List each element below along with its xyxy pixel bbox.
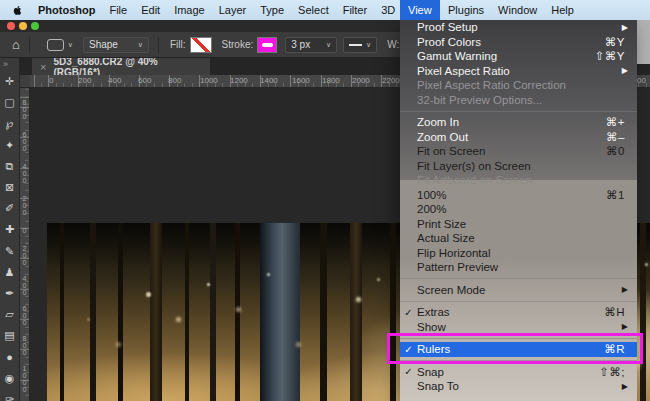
menu-item-proof-setup[interactable]: Proof Setup ▶ [400, 20, 637, 35]
menu-item-show[interactable]: Show ▶ [400, 320, 637, 335]
ruler-tick-label: 6 0 0 [20, 131, 29, 152]
menubar-item-window[interactable]: Window [491, 0, 544, 20]
menu-item-fit-artboard-on-screen[interactable]: Fit Artboard on Screen [400, 173, 637, 188]
stroke-width-value: 3 px [291, 39, 310, 50]
lasso-tool[interactable]: ℘ [0, 113, 19, 134]
pen-tool[interactable]: ✑ [0, 389, 19, 401]
frame-tool[interactable]: ⊠ [0, 177, 19, 198]
ruler-tick-label: 4 0 0 [20, 163, 29, 184]
menu-item-100-[interactable]: 100% ⌘1 [400, 188, 637, 203]
home-icon[interactable]: ⌂ [12, 38, 20, 51]
menubar-item-image[interactable]: Image [167, 0, 212, 20]
menu-item-flip-horizontal[interactable]: Flip Horizontal [400, 246, 637, 261]
menubar-item-layer[interactable]: Layer [212, 0, 254, 20]
tool-preset-icon[interactable] [47, 39, 64, 51]
menu-item-label: Proof Colors [417, 36, 605, 48]
menubar-item-type[interactable]: Type [253, 0, 291, 20]
background-window-edge [637, 20, 650, 64]
menubar-item-select[interactable]: Select [291, 0, 336, 20]
menu-item-pixel-aspect-ratio[interactable]: Pixel Aspect Ratio ▶ [400, 64, 637, 79]
close-window-button[interactable] [7, 22, 15, 30]
menubar-item-3d[interactable]: 3D [374, 0, 400, 20]
clone-stamp-tool[interactable]: ♟ [0, 262, 19, 283]
tools-panel: » ✛▢℘✦⧉⊠✐✚✎♟✒▱▤●◉✑ [0, 58, 20, 401]
submenu-arrow-icon: ▶ [622, 285, 637, 294]
menubar-item-filter[interactable]: Filter [336, 0, 374, 20]
menu-item-screen-mode[interactable]: Screen Mode ▶ [400, 283, 637, 298]
ruler-tick-label: 1800 [322, 77, 340, 85]
zoom-window-button[interactable] [31, 22, 39, 30]
stroke-line-preview [349, 44, 362, 46]
menubar-item-help[interactable]: Help [544, 0, 581, 20]
menu-separator [400, 107, 637, 115]
gradient-tool[interactable]: ▤ [0, 325, 19, 346]
menu-item-label: Zoom In [417, 116, 606, 128]
menu-item-print-size[interactable]: Print Size [400, 217, 637, 232]
menu-item-pixel-aspect-ratio-correction[interactable]: Pixel Aspect Ratio Correction [400, 78, 637, 93]
apple-menu-icon[interactable] [0, 0, 31, 20]
menu-item-actual-size[interactable]: Actual Size [400, 231, 637, 246]
menu-item-proof-colors[interactable]: Proof Colors ⌘Y [400, 35, 637, 50]
menu-item-gamut-warning[interactable]: Gamut Warning ⇧⌘Y [400, 49, 637, 64]
menu-item-snap[interactable]: ✓ Snap ⇧⌘; [400, 365, 637, 380]
quick-selection-tool[interactable]: ✦ [0, 135, 19, 156]
divider [158, 37, 159, 53]
tool-mode-value: Shape [89, 39, 118, 50]
menubar-item-file[interactable]: File [102, 0, 134, 20]
ruler-tick-label: 800 [168, 77, 181, 85]
brush-tool[interactable]: ✎ [0, 241, 19, 262]
chevron-down-icon[interactable]: ∨ [68, 41, 73, 49]
submenu-arrow-icon: ▶ [622, 322, 637, 331]
ruler-tick-label: 1 0 0 0 [20, 365, 29, 393]
menubar-item-view[interactable]: View [400, 0, 440, 20]
menu-item-snap-to[interactable]: Snap To ▶ [400, 379, 637, 394]
menu-item-fit-layer-s-on-screen[interactable]: Fit Layer(s) on Screen [400, 159, 637, 174]
checkmark-icon: ✓ [400, 307, 417, 318]
eyedropper-tool[interactable]: ✐ [0, 198, 19, 219]
ruler-tick-label: 8 0 0 [20, 99, 29, 120]
close-tab-icon[interactable]: × [40, 61, 46, 73]
menu-item-32-bit-preview-options-[interactable]: 32-bit Preview Options... [400, 93, 637, 108]
collapse-panel-icon[interactable]: » [0, 58, 19, 71]
menu-bar: PhotoshopFileEditImageLayerTypeSelectFil… [0, 0, 650, 20]
menu-item-label: Show [417, 321, 622, 333]
ruler-tick-label: 1200 [230, 77, 248, 85]
menu-item-zoom-out[interactable]: Zoom Out ⌘– [400, 130, 637, 145]
menu-item-label: Screen Mode [417, 284, 622, 296]
divider [29, 37, 30, 53]
menubar-item-photoshop[interactable]: Photoshop [31, 0, 102, 20]
stroke-label: Stroke: [222, 39, 254, 50]
history-brush-tool[interactable]: ✒ [0, 283, 19, 304]
stroke-type-select[interactable]: ∨ [343, 37, 377, 53]
eraser-tool[interactable]: ▱ [0, 304, 19, 325]
tool-mode-select[interactable]: Shape ∨ [83, 37, 149, 53]
menu-item-pattern-preview[interactable]: Pattern Preview [400, 260, 637, 275]
large-tree-trunk [260, 223, 300, 401]
blur-tool[interactable]: ● [0, 346, 19, 367]
marquee-tool[interactable]: ▢ [0, 92, 19, 113]
fill-swatch[interactable] [190, 37, 212, 53]
healing-brush-tool[interactable]: ✚ [0, 219, 19, 240]
menu-item-label: 100% [417, 189, 606, 201]
move-tool[interactable]: ✛ [0, 71, 19, 92]
menu-item-label: Extras [417, 306, 604, 318]
stroke-swatch[interactable] [257, 37, 277, 53]
submenu-arrow-icon: ▶ [622, 23, 637, 32]
menubar-item-plugins[interactable]: Plugins [441, 0, 491, 20]
vertical-ruler[interactable]: 8 0 06 0 04 0 02 0 002 0 04 0 06 0 08 0 … [20, 88, 30, 401]
dodge-tool[interactable]: ◉ [0, 368, 19, 389]
stroke-width-select[interactable]: 3 px ∨ [285, 37, 337, 53]
chevron-down-icon: ∨ [138, 41, 143, 49]
minimize-window-button[interactable] [19, 22, 27, 30]
menubar-item-edit[interactable]: Edit [134, 0, 167, 20]
menu-item-extras[interactable]: ✓ Extras ⌘H [400, 305, 637, 320]
menu-item-label: Fit Artboard on Screen [417, 174, 625, 186]
crop-tool[interactable]: ⧉ [0, 156, 19, 177]
menu-item-zoom-in[interactable]: Zoom In ⌘+ [400, 115, 637, 130]
fill-label: Fill: [170, 39, 186, 50]
menu-item-fit-on-screen[interactable]: Fit on Screen ⌘0 [400, 144, 637, 159]
document-tab[interactable]: × 5D3_6880.CR2 @ 40% (RGB/16*) [32, 58, 210, 75]
ruler-tick-label: 0 [20, 227, 29, 234]
menu-item-200-[interactable]: 200% [400, 202, 637, 217]
menu-item-label: Pixel Aspect Ratio Correction [417, 79, 625, 91]
